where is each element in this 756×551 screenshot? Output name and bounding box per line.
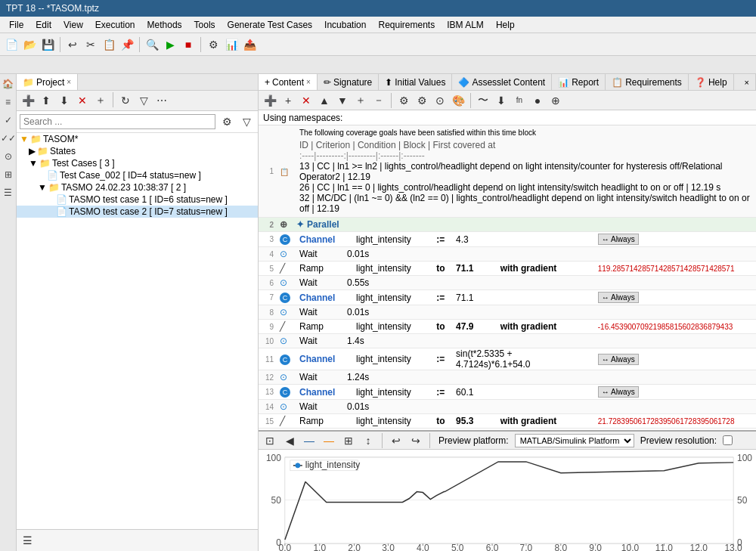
tree-root[interactable]: ▼ 📁 TASOM* — [17, 133, 258, 145]
project-tab-close[interactable]: × — [67, 78, 71, 86]
wait4-type: Wait — [293, 247, 344, 262]
content-tab-close[interactable]: × — [306, 78, 311, 86]
always-btn-11[interactable]: ↔ Always — [598, 354, 639, 365]
menu-edit[interactable]: Edit — [29, 18, 57, 32]
list-icon[interactable]: ☰ — [2, 186, 15, 200]
search-settings-btn[interactable]: ⚙ — [218, 113, 235, 130]
tab-initial-values[interactable]: ⬆ Initial Values — [379, 74, 452, 90]
ch13-always[interactable]: ↔ Always — [595, 385, 756, 400]
ch7-always[interactable]: ↔ Always — [595, 290, 756, 305]
ct-minus[interactable]: － — [370, 92, 387, 109]
ct-plus[interactable]: ＋ — [352, 92, 369, 109]
chart-btn[interactable]: 📊 — [223, 36, 240, 53]
move-down-btn[interactable]: ⬇ — [56, 92, 73, 109]
add-item-btn[interactable]: ➕ — [20, 92, 36, 109]
tab-signature[interactable]: ✏ Signature — [318, 74, 379, 90]
menu-execution[interactable]: Execution — [89, 18, 141, 32]
menu-requirements[interactable]: Requirements — [372, 18, 441, 32]
save-btn[interactable]: 💾 — [39, 36, 56, 53]
ct-circle[interactable]: ⊙ — [432, 92, 448, 109]
ct-download[interactable]: ⬇ — [493, 92, 510, 109]
prev-zoom[interactable]: ↕ — [360, 432, 376, 449]
new-btn[interactable]: 📄 — [3, 36, 20, 53]
tab-assesslet[interactable]: 🔷 Assesslet Content — [452, 74, 552, 90]
menu-view[interactable]: View — [57, 18, 89, 32]
always-btn-7[interactable]: ↔ Always — [598, 292, 639, 303]
refresh-btn[interactable]: ↻ — [117, 92, 134, 109]
resolution-checkbox[interactable] — [723, 435, 733, 445]
search-btn[interactable]: 🔍 — [144, 36, 160, 53]
project-tab[interactable]: 📁 Project × — [17, 74, 78, 90]
prev-undo[interactable]: ↩ — [388, 432, 404, 449]
tree-tc-002[interactable]: 📄 Test Case_002 [ ID=4 status=new ] — [17, 169, 258, 181]
target-icon[interactable]: ⊙ — [2, 150, 15, 163]
parallel-expand[interactable]: ⊕ — [277, 218, 293, 232]
expand-btn[interactable]: ▽ — [135, 92, 152, 109]
menu-file[interactable]: File — [3, 18, 29, 32]
search-input[interactable] — [20, 114, 215, 129]
ct-dot[interactable]: ● — [529, 92, 546, 109]
ch11-always[interactable]: ↔ Always — [595, 348, 756, 370]
undo-btn[interactable]: ↩ — [64, 36, 81, 53]
tree-test-cases[interactable]: ▼ 📁 Test Cases [ 3 ] — [17, 157, 258, 169]
move-up-btn[interactable]: ⬆ — [38, 92, 54, 109]
check-icon[interactable]: ✓ — [2, 113, 15, 127]
ct-down[interactable]: ▼ — [334, 92, 351, 109]
prev-redo[interactable]: ↪ — [407, 432, 424, 449]
tree-tc2[interactable]: 📄 TASMO test case 2 [ ID=7 status=new ] — [17, 206, 258, 218]
run-btn[interactable]: ▶ — [162, 36, 178, 53]
paste-btn[interactable]: 📌 — [119, 36, 135, 53]
ct-delete[interactable]: ✕ — [298, 92, 314, 109]
always-btn-13[interactable]: ↔ Always — [598, 386, 639, 398]
menu-incubation[interactable]: Incubation — [318, 18, 372, 32]
prev-left[interactable]: ◀ — [281, 432, 298, 449]
ramp5-gradient-val: 119.28571428571428571428571428571 — [595, 262, 756, 276]
tree-tasmo-folder[interactable]: ▼ 📁 TASMO 24.02.23 10:38:37 [ 2 ] — [17, 181, 258, 193]
tab-report[interactable]: 📊 Report — [552, 74, 606, 90]
copy-btn[interactable]: 📋 — [101, 36, 117, 53]
menu-methods[interactable]: Methods — [141, 18, 188, 32]
prev-fit[interactable]: ⊞ — [340, 432, 357, 449]
menu-help[interactable]: Help — [490, 18, 521, 32]
double-check-icon[interactable]: ✓✓ — [2, 132, 15, 145]
ct-settings[interactable]: ⚙ — [395, 92, 412, 109]
ch3-always[interactable]: ↔ Always — [595, 232, 756, 247]
tree-tc1[interactable]: 📄 TASMO test case 1 [ ID=6 status=new ] — [17, 193, 258, 206]
ct-wave[interactable]: 〜 — [475, 92, 491, 109]
open-btn[interactable]: 📂 — [21, 36, 38, 53]
delete-btn[interactable]: ✕ — [74, 92, 91, 109]
export-btn[interactable]: 📤 — [241, 36, 258, 53]
grid-icon[interactable]: ⊞ — [2, 168, 15, 181]
plus-btn[interactable]: ＋ — [92, 92, 109, 109]
ct-color[interactable]: 🎨 — [450, 92, 466, 109]
prev-bar2[interactable]: — — [321, 432, 337, 449]
settings-btn[interactable]: ⚙ — [205, 36, 222, 53]
ct-add[interactable]: ➕ — [262, 92, 278, 109]
menu-tools[interactable]: Tools — [188, 18, 222, 32]
tab-help[interactable]: ❓ Help — [689, 74, 734, 90]
layers-icon[interactable]: ≡ — [2, 95, 15, 109]
stop-btn[interactable]: ■ — [180, 36, 197, 53]
more-btn[interactable]: ⋯ — [153, 92, 170, 109]
ct-config[interactable]: ⚙ — [414, 92, 430, 109]
ct-up[interactable]: ▲ — [316, 92, 333, 109]
tree-states[interactable]: ▶ 📁 States — [17, 145, 258, 157]
tab-close-all[interactable]: × — [739, 74, 756, 90]
cut-btn[interactable]: ✂ — [82, 36, 99, 53]
home-icon[interactable]: 🏠 — [2, 77, 15, 91]
prev-expand[interactable]: ⊡ — [262, 432, 278, 449]
ct-scope[interactable]: ⊕ — [547, 92, 564, 109]
search-filter-btn[interactable]: ▽ — [238, 113, 255, 130]
platform-select[interactable]: MATLAB/Simulink Platform — [515, 434, 634, 447]
tab-content[interactable]: + Content × — [259, 74, 318, 90]
left-bottom-btn1[interactable]: ☰ — [19, 532, 36, 549]
content-area[interactable]: 1 📋 The following coverage goals have be… — [259, 125, 756, 430]
ct-fn[interactable]: fn — [511, 92, 528, 109]
ct-add2[interactable]: + — [280, 92, 296, 109]
menu-generate[interactable]: Generate Test Cases — [222, 18, 319, 32]
always-btn-3[interactable]: ↔ Always — [598, 234, 639, 245]
menu-ibm-alm[interactable]: IBM ALM — [441, 18, 490, 32]
tab-requirements[interactable]: 📋 Requirements — [606, 74, 689, 90]
table-row: 1 📋 The following coverage goals have be… — [259, 125, 756, 218]
prev-bar1[interactable]: — — [301, 432, 318, 449]
